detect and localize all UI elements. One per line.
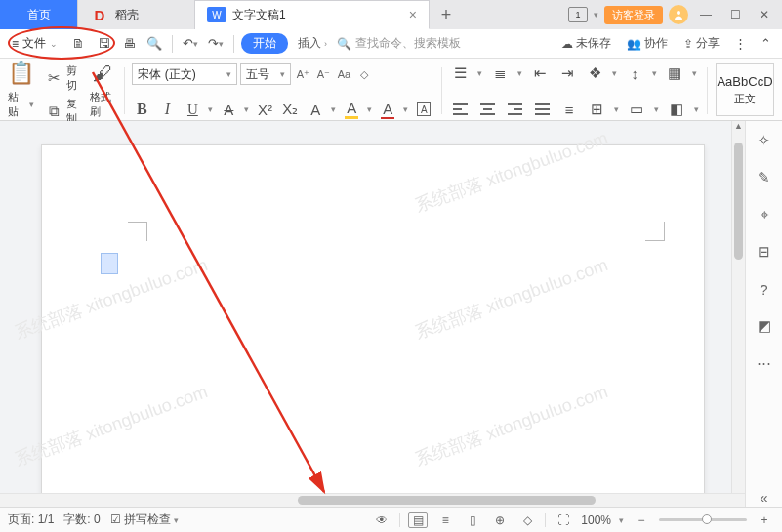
tabs-drop-icon[interactable]: ▾ bbox=[614, 104, 619, 114]
clear-format-icon[interactable]: ◇ bbox=[355, 68, 373, 81]
superscript-icon[interactable]: X² bbox=[255, 100, 274, 119]
more-side-icon[interactable]: ⋯ bbox=[755, 353, 774, 373]
save-icon[interactable]: 🖫 bbox=[93, 33, 114, 55]
avatar[interactable] bbox=[669, 5, 688, 24]
zoom-value[interactable]: 100% bbox=[581, 513, 611, 527]
highlight-icon[interactable]: A bbox=[342, 100, 361, 119]
tab-document[interactable]: W 文字文稿1 × bbox=[195, 0, 430, 29]
undo-icon[interactable]: ↶▾ bbox=[180, 33, 201, 55]
underline-icon[interactable]: U bbox=[183, 100, 202, 119]
decrease-font-icon[interactable]: A⁻ bbox=[314, 68, 332, 81]
more-icon[interactable]: ⋮ bbox=[729, 33, 751, 55]
brush-icon[interactable]: 🖌 bbox=[93, 63, 112, 83]
tab-home[interactable]: 首页 bbox=[0, 0, 78, 29]
italic-icon[interactable]: I bbox=[157, 100, 177, 119]
highlight-drop-icon[interactable]: ▾ bbox=[367, 104, 372, 114]
clip-icon[interactable]: ◩ bbox=[755, 316, 774, 336]
tab-stops-icon[interactable]: ⊞ bbox=[587, 100, 606, 119]
spacing-drop-icon[interactable]: ▾ bbox=[652, 68, 657, 78]
zoom-knob[interactable] bbox=[702, 514, 712, 524]
shading-drop-icon[interactable]: ▾ bbox=[692, 68, 697, 78]
text-direction-icon[interactable]: ❖ bbox=[585, 63, 604, 83]
zoom-slider[interactable] bbox=[659, 518, 747, 521]
align-left-icon[interactable] bbox=[450, 100, 470, 119]
cut-button[interactable]: ✂剪切 bbox=[44, 63, 80, 93]
guest-login-button[interactable]: 访客登录 bbox=[604, 6, 663, 24]
font-color-icon[interactable]: A bbox=[378, 100, 397, 119]
print-preview-icon[interactable]: 🔍 bbox=[144, 33, 165, 55]
increase-font-icon[interactable]: A⁺ bbox=[294, 68, 311, 81]
pshade-drop-icon[interactable]: ▾ bbox=[694, 104, 699, 114]
view-page-icon[interactable]: ▤ bbox=[408, 512, 428, 528]
change-case-icon[interactable]: Aa bbox=[335, 68, 352, 80]
dir-drop-icon[interactable]: ▾ bbox=[612, 68, 617, 78]
effects-drop-icon[interactable]: ▾ bbox=[331, 104, 336, 114]
collapse-ribbon-icon[interactable]: ⌃ bbox=[755, 33, 776, 55]
style-normal[interactable]: AaBbCcD 正文 bbox=[716, 63, 774, 116]
fontcolor-drop-icon[interactable]: ▾ bbox=[403, 104, 408, 114]
collapse-side-icon[interactable]: « bbox=[755, 487, 774, 507]
scroll-thumb[interactable] bbox=[734, 143, 743, 260]
file-menu[interactable]: ≡ 文件 ⌄ bbox=[6, 35, 63, 52]
tab-daoke[interactable]: D 稻壳 bbox=[78, 0, 195, 29]
ribbon-tab-insert[interactable]: 插入› bbox=[292, 35, 333, 52]
status-page[interactable]: 页面: 1/1 bbox=[8, 512, 54, 528]
scroll-up-icon[interactable]: ▲ bbox=[732, 121, 745, 135]
unsaved-indicator[interactable]: ☁未保存 bbox=[556, 35, 617, 52]
vertical-scrollbar[interactable]: ▲ ▼ bbox=[731, 121, 745, 507]
scroll-thumb[interactable] bbox=[298, 496, 596, 505]
window-counter[interactable]: 1 bbox=[568, 7, 588, 22]
paste-icon[interactable]: 📋 bbox=[8, 63, 34, 83]
maximize-button[interactable]: ☐ bbox=[723, 3, 747, 26]
char-border-icon[interactable]: A bbox=[414, 100, 433, 119]
print-icon[interactable]: 🖶 bbox=[118, 33, 140, 55]
line-spacing-icon[interactable]: ↕ bbox=[625, 63, 644, 83]
page[interactable] bbox=[41, 144, 705, 507]
numbering-icon[interactable]: ≣ bbox=[490, 63, 510, 83]
autosave-icon[interactable]: 🗎 bbox=[67, 33, 89, 55]
horizontal-scrollbar[interactable] bbox=[0, 493, 745, 507]
para-shading-icon[interactable]: ◧ bbox=[667, 100, 686, 119]
redo-icon[interactable]: ↷▾ bbox=[205, 33, 226, 55]
view-read-icon[interactable]: ▯ bbox=[463, 513, 482, 527]
command-search[interactable]: 🔍 查找命令、搜索模板 bbox=[337, 35, 461, 52]
bold-icon[interactable]: B bbox=[132, 100, 151, 119]
help-icon[interactable]: ? bbox=[755, 279, 774, 299]
chevron-down-icon[interactable]: ▾ bbox=[594, 10, 598, 20]
text-effects-icon[interactable]: A bbox=[306, 100, 325, 119]
slider-settings-icon[interactable]: ⊟ bbox=[755, 242, 774, 262]
pointer-icon[interactable]: ⌖ bbox=[755, 205, 774, 225]
view-outline-icon[interactable]: ≡ bbox=[435, 513, 455, 527]
indent-dec-icon[interactable]: ⇤ bbox=[530, 63, 550, 83]
distribute-icon[interactable]: ≡ bbox=[559, 100, 579, 119]
spark-icon[interactable]: ✧ bbox=[755, 131, 774, 150]
align-right-icon[interactable] bbox=[505, 100, 524, 119]
align-justify-icon[interactable] bbox=[532, 100, 552, 119]
align-center-icon[interactable] bbox=[477, 100, 497, 119]
ribbon-tab-start[interactable]: 开始 bbox=[241, 33, 288, 54]
shading-icon[interactable]: ▦ bbox=[665, 63, 684, 83]
page-thumbnail-icon[interactable] bbox=[101, 253, 118, 274]
view-web-icon[interactable]: ⊕ bbox=[490, 513, 510, 527]
minimize-button[interactable]: — bbox=[694, 3, 718, 26]
bullets-icon[interactable]: ☰ bbox=[450, 63, 470, 83]
strike-drop-icon[interactable]: ▾ bbox=[244, 104, 249, 114]
borders-drop-icon[interactable]: ▾ bbox=[654, 104, 659, 114]
status-spellcheck[interactable]: ☑ 拼写检查 ▾ bbox=[110, 512, 180, 528]
borders-icon[interactable]: ▭ bbox=[627, 100, 646, 119]
font-size-select[interactable]: 五号▾ bbox=[240, 63, 291, 85]
subscript-icon[interactable]: X₂ bbox=[280, 100, 300, 119]
numbering-drop-icon[interactable]: ▾ bbox=[517, 68, 522, 78]
close-window-button[interactable]: ✕ bbox=[753, 3, 776, 26]
zoom-out-icon[interactable]: − bbox=[632, 513, 651, 527]
pen-icon[interactable]: ✎ bbox=[755, 168, 774, 187]
font-name-select[interactable]: 宋体 (正文)▾ bbox=[132, 63, 237, 85]
new-tab-button[interactable]: + bbox=[430, 0, 463, 29]
bullets-drop-icon[interactable]: ▾ bbox=[477, 68, 482, 78]
coop-button[interactable]: 👥协作 bbox=[621, 35, 674, 52]
eye-icon[interactable]: 👁 bbox=[372, 513, 391, 527]
indent-inc-icon[interactable]: ⇥ bbox=[557, 63, 577, 83]
view-focus-icon[interactable]: ◇ bbox=[517, 513, 537, 527]
fit-icon[interactable]: ⛶ bbox=[554, 513, 573, 527]
status-words[interactable]: 字数: 0 bbox=[63, 512, 100, 528]
